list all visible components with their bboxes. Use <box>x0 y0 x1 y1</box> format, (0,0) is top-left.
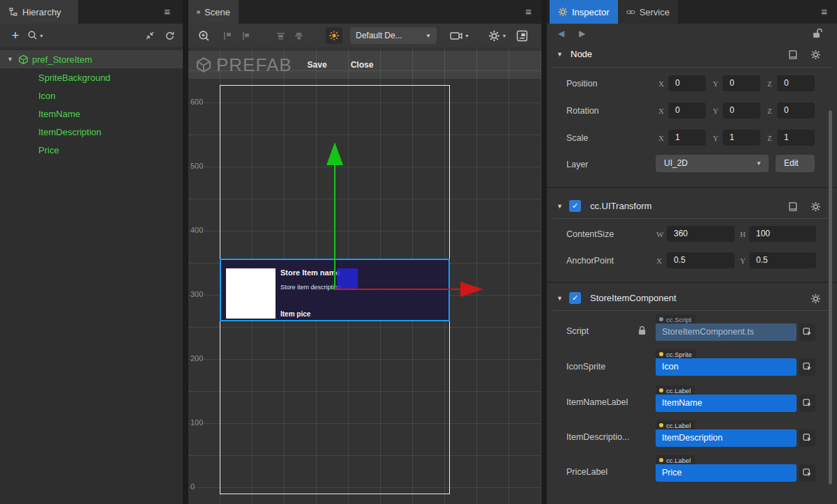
service-link-icon <box>626 8 635 16</box>
store-item-price-label: Item pice <box>280 310 310 318</box>
divider <box>552 67 831 68</box>
uitransform-section-header[interactable]: ▼ ✓ cc.UITransform <box>547 197 837 216</box>
ruler-label: 100 <box>190 418 203 427</box>
tree-node-child[interactable]: ItemName <box>0 105 183 123</box>
hierarchy-panel: Hierarchy ≡ + ▼ ▼ pref_StoreI <box>0 0 183 504</box>
camera-icon <box>450 31 462 41</box>
align-left-icon <box>223 31 233 41</box>
position-z-input[interactable]: 0 <box>777 75 815 91</box>
iconsprite-picker-button[interactable] <box>799 358 815 376</box>
scale-x-input[interactable]: 1 <box>668 130 706 146</box>
anchorpoint-x-input[interactable]: 0.5 <box>667 252 734 268</box>
plus-icon: + <box>11 29 19 42</box>
component-settings-gear-icon[interactable] <box>810 293 821 304</box>
itemname-picker-button[interactable] <box>799 395 815 412</box>
tab-hierarchy[interactable]: Hierarchy <box>0 0 78 24</box>
component-settings-gear-icon[interactable] <box>810 201 821 212</box>
hierarchy-menu-icon[interactable]: ≡ <box>164 6 170 17</box>
inspector-scrollbar[interactable] <box>829 110 832 484</box>
distribute-center-button[interactable] <box>292 29 306 43</box>
inspector-tab-label: Inspector <box>572 7 609 17</box>
nav-back-icon[interactable]: ◀ <box>558 29 564 38</box>
tree-node-child[interactable]: Icon <box>0 86 183 105</box>
scale-z-input[interactable]: 1 <box>777 130 815 146</box>
tree-node-child[interactable]: Price <box>0 141 183 159</box>
distribute-top-button[interactable] <box>273 29 287 43</box>
help-book-icon[interactable] <box>787 49 798 60</box>
rotation-label: Rotation <box>566 106 599 116</box>
hierarchy-tabbar: Hierarchy ≡ <box>0 0 183 24</box>
collapse-all-button[interactable] <box>143 29 157 43</box>
gizmo-light-toggle[interactable] <box>326 27 342 44</box>
price-picker-button[interactable] <box>799 464 815 482</box>
picker-cursor-icon <box>803 362 812 372</box>
tree-node-child[interactable]: SpriteBackground <box>0 68 183 86</box>
align-left-button[interactable] <box>220 29 234 43</box>
iconsprite-reference-field[interactable]: Icon <box>656 358 797 376</box>
contentsize-h-input[interactable]: 100 <box>749 226 816 242</box>
node-settings-gear-icon[interactable] <box>810 49 821 60</box>
scene-menu-icon[interactable]: ≡ <box>525 6 531 17</box>
expander-icon[interactable]: ▼ <box>7 56 13 63</box>
position-y-input[interactable]: 0 <box>723 75 760 91</box>
type-dot-icon <box>659 352 663 356</box>
collapse-triangle-icon[interactable]: ▼ <box>557 203 563 210</box>
anchorpoint-label: AnchorPoint <box>566 256 614 266</box>
gizmo-y-arrowhead[interactable] <box>326 142 343 165</box>
tab-service[interactable]: Service <box>618 0 678 24</box>
inspector-navrow: ◀ ▶ <box>547 24 837 45</box>
picker-cursor-icon <box>803 434 812 443</box>
contentsize-w-input[interactable]: 360 <box>667 226 734 242</box>
rotation-y-input[interactable]: 0 <box>723 102 760 119</box>
zoom-tool-button[interactable] <box>197 29 211 43</box>
gizmo-xy-plane-handle[interactable] <box>337 268 358 289</box>
tab-scene[interactable]: Scene <box>188 0 239 24</box>
script-reference-field[interactable]: StoreItemComponent.ts <box>656 323 797 341</box>
ruler-label: 200 <box>190 354 203 362</box>
scene-viewport[interactable]: PREFAB Save Close 600 500 400 300 200 10… <box>188 47 541 504</box>
node-section-header[interactable]: ▼ Node <box>547 45 837 64</box>
nav-forward-icon[interactable]: ▶ <box>579 29 585 38</box>
position-x-input[interactable]: 0 <box>668 75 706 91</box>
unlock-icon[interactable] <box>811 28 822 39</box>
itemdescription-picker-button[interactable] <box>799 429 815 447</box>
uitransform-enabled-checkbox[interactable]: ✓ <box>569 200 581 212</box>
refresh-button[interactable] <box>163 29 176 43</box>
price-reference-field[interactable]: Price <box>656 464 797 482</box>
scene-settings-button[interactable]: ▼ <box>484 29 511 43</box>
gizmo-x-axis[interactable] <box>335 289 461 290</box>
camera-settings-button[interactable]: ▼ <box>446 29 473 43</box>
help-book-icon[interactable] <box>787 201 798 212</box>
axis-y-label: Y <box>713 79 718 88</box>
prefab-save-button[interactable]: Save <box>308 60 327 70</box>
align-center-h-button[interactable] <box>239 29 252 43</box>
search-filter-button[interactable]: ▼ <box>27 29 45 43</box>
tab-inspector[interactable]: Inspector <box>550 0 618 24</box>
add-node-button[interactable]: + <box>8 29 22 43</box>
tree-node-root[interactable]: ▼ pref_StoreItem <box>0 50 183 68</box>
collapse-triangle-icon[interactable]: ▼ <box>557 51 563 58</box>
storeitemcomponent-section-header[interactable]: ▼ ✓ StoreItemComponent <box>547 289 837 308</box>
rotation-z-input[interactable]: 0 <box>777 102 815 119</box>
itemdescription-reference-field[interactable]: ItemDescription <box>656 429 797 447</box>
component-enabled-checkbox[interactable]: ✓ <box>569 292 581 304</box>
inspector-menu-icon[interactable]: ≡ <box>821 6 827 17</box>
prefab-close-button[interactable]: Close <box>351 60 374 70</box>
service-tab-label: Service <box>640 7 670 17</box>
rotation-x-input[interactable]: 0 <box>668 102 706 119</box>
layout-toggle-button[interactable] <box>515 29 529 43</box>
script-picker-button[interactable] <box>799 323 815 341</box>
scene-toolbar: Default De... ▼ ▼ ▼ <box>188 24 541 47</box>
gizmo-x-arrowhead[interactable] <box>460 282 483 297</box>
gizmo-y-axis[interactable] <box>334 165 335 290</box>
anchorpoint-y-input[interactable]: 0.5 <box>749 252 816 268</box>
scale-y-input[interactable]: 1 <box>723 130 760 146</box>
itemname-reference-field[interactable]: ItemName <box>656 395 797 412</box>
display-mode-dropdown[interactable]: Default De... ▼ <box>350 27 437 44</box>
script-label: Script <box>566 326 589 336</box>
layer-dropdown[interactable]: UI_2D ▼ <box>656 155 769 172</box>
tree-node-child[interactable]: ItemDescription <box>0 123 183 141</box>
tree-node-label: Icon <box>0 91 56 101</box>
collapse-triangle-icon[interactable]: ▼ <box>557 295 563 302</box>
layer-edit-button[interactable]: Edit <box>776 155 815 172</box>
